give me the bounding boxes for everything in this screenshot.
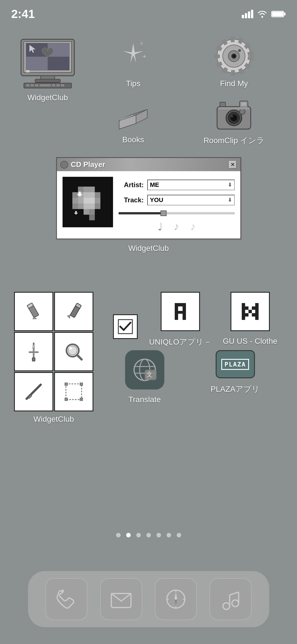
checkbox-icon[interactable] xyxy=(113,314,138,339)
apps-right: UNIQLOアプリ－ GU US - Clothe xyxy=(102,292,283,404)
svg-rect-91 xyxy=(65,398,68,401)
app-uniqlo[interactable]: UNIQLOアプリ－ xyxy=(149,292,211,347)
cd-note-1-icon[interactable]: ♩ xyxy=(158,221,163,233)
svg-point-122 xyxy=(223,603,230,609)
cd-artist-input[interactable]: ME ⬇ xyxy=(147,180,235,190)
app-tips[interactable]: Tips xyxy=(87,36,179,88)
svg-rect-64 xyxy=(89,209,95,215)
signal-bars-icon xyxy=(242,10,253,18)
cd-track-input[interactable]: YOU ⬇ xyxy=(147,195,235,205)
svg-rect-81 xyxy=(32,358,35,361)
page-dot-4[interactable] xyxy=(156,533,161,537)
page-dot-2[interactable] xyxy=(136,533,141,537)
svg-rect-12 xyxy=(26,70,29,72)
status-icons xyxy=(242,10,286,18)
wg-magnify-icon xyxy=(63,340,85,363)
apps-section: WidgetClub xyxy=(0,292,297,424)
cd-info-panel: Artist: ME ⬇ Track: YOU ⬇ xyxy=(119,177,235,233)
dock-compass-icon[interactable] xyxy=(155,578,197,620)
dock-phone-icon[interactable] xyxy=(45,578,88,620)
cd-artist-arrow: ⬇ xyxy=(228,182,232,188)
svg-rect-61 xyxy=(84,203,89,209)
app-findmy[interactable]: Find My xyxy=(188,36,280,88)
app-gu-us[interactable]: GU US - Clothe xyxy=(223,292,277,347)
svg-rect-52 xyxy=(84,192,89,198)
books-icon xyxy=(114,93,153,132)
app-books[interactable]: Books xyxy=(87,93,179,146)
page-dot-3[interactable] xyxy=(146,533,151,537)
svg-point-29 xyxy=(238,49,241,52)
wg-cell-pencil xyxy=(14,292,53,331)
roomclip-label: RoomClip インラ xyxy=(203,135,264,146)
svg-line-84 xyxy=(77,355,82,359)
svg-rect-19 xyxy=(40,84,51,86)
svg-rect-88 xyxy=(66,384,82,400)
wg-cell-select xyxy=(54,372,93,411)
translate-logo-icon: A 文 xyxy=(131,356,159,384)
cd-close-button[interactable]: ✕ xyxy=(229,161,237,169)
books-label: Books xyxy=(122,135,144,144)
svg-rect-42 xyxy=(218,107,250,109)
svg-rect-101 xyxy=(245,306,248,310)
svg-rect-48 xyxy=(89,187,95,192)
cd-titlebar: CD Player ✕ xyxy=(57,158,240,171)
tips-label: Tips xyxy=(126,79,141,88)
svg-rect-102 xyxy=(252,306,255,310)
wg-slash-icon xyxy=(22,381,45,403)
app-translate[interactable]: A 文 Translate xyxy=(125,350,164,404)
svg-rect-68 xyxy=(79,192,81,196)
wg-cell-pencil2 xyxy=(54,292,93,331)
apps-row: WidgetClub xyxy=(14,292,283,424)
gu-icon-box xyxy=(231,292,270,331)
page-dots xyxy=(0,533,297,537)
widgetclub-grid-label: WidgetClub xyxy=(33,415,74,424)
svg-rect-9 xyxy=(26,57,48,70)
cd-player-section: CD Player ✕ xyxy=(0,157,297,253)
cd-heart-pixel-icon xyxy=(64,178,112,226)
roomclip-camera-icon xyxy=(214,93,254,132)
svg-rect-39 xyxy=(241,102,247,106)
svg-rect-46 xyxy=(78,187,84,192)
cd-widget-label: WidgetClub xyxy=(128,244,169,253)
cd-player-window: CD Player ✕ xyxy=(56,157,241,239)
svg-rect-18 xyxy=(35,84,38,86)
svg-rect-50 xyxy=(72,198,78,203)
wg-grid-table xyxy=(14,292,93,411)
translate-icon-box: A 文 xyxy=(125,350,164,389)
svg-rect-16 xyxy=(26,84,29,86)
svg-rect-89 xyxy=(65,383,68,386)
svg-rect-56 xyxy=(78,198,84,203)
app-roomclip[interactable]: RoomClip インラ xyxy=(188,93,280,146)
page-dot-6[interactable] xyxy=(177,533,181,537)
dock-music-icon[interactable] xyxy=(209,578,252,620)
cd-artist-value: ME xyxy=(150,181,159,189)
cd-progress-thumb[interactable] xyxy=(160,210,167,216)
page-dot-1[interactable] xyxy=(126,533,131,537)
svg-rect-90 xyxy=(80,383,83,386)
cd-progress-bar xyxy=(119,210,235,216)
plaza-label: PLAZAアプリ xyxy=(211,384,260,395)
page-dot-0[interactable] xyxy=(116,533,121,537)
uniqlo-icon-box xyxy=(161,292,200,331)
app-widgetclub-top[interactable]: WidgetClub xyxy=(17,34,79,102)
uniqlo-logo-icon xyxy=(166,297,194,326)
widgetclub-top-label: WidgetClub xyxy=(27,93,68,102)
svg-rect-100 xyxy=(255,303,259,320)
svg-rect-54 xyxy=(95,198,100,203)
widgetclub-grid-widget[interactable]: WidgetClub xyxy=(14,292,93,424)
svg-line-126 xyxy=(230,592,239,595)
wg-pencil-icon xyxy=(22,300,45,323)
cd-note-2-icon[interactable]: ♪ xyxy=(174,221,179,233)
gu-logo-icon xyxy=(236,297,264,326)
svg-marker-116 xyxy=(174,592,177,599)
svg-point-85 xyxy=(69,347,72,350)
svg-rect-17 xyxy=(31,84,34,86)
cd-note-3-icon[interactable]: ♪ xyxy=(190,221,196,233)
svg-point-0 xyxy=(261,16,263,18)
app-plaza[interactable]: PLAZA PLAZAアプリ xyxy=(211,350,260,404)
page-dot-5[interactable] xyxy=(167,533,171,537)
svg-point-123 xyxy=(232,600,239,607)
dock-mail-icon[interactable] xyxy=(100,578,142,620)
battery-icon xyxy=(271,10,286,18)
svg-rect-49 xyxy=(95,192,100,198)
